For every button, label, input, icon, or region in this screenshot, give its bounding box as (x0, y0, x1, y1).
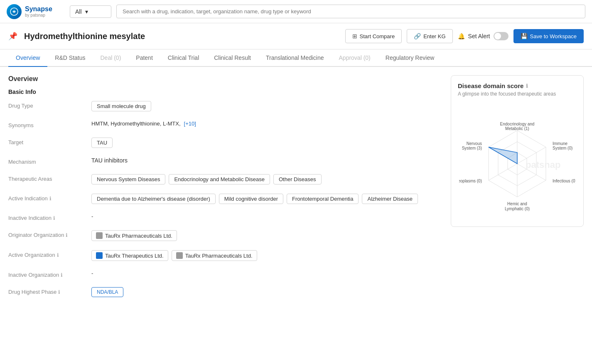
originator-org-icon (96, 232, 103, 239)
active-org-row: Active Organization ℹ TauRx Therapeutics… (8, 250, 442, 261)
search-type-dropdown[interactable]: All ▾ (70, 5, 111, 18)
inactive-indication-value: - (91, 213, 442, 219)
search-type-label: All (75, 8, 82, 15)
mechanism-row: Mechanism TAU inhibitors (8, 157, 442, 165)
radar-svg: Endocrinology and Metabolic (1) Immune S… (459, 103, 575, 220)
active-org-info-icon[interactable]: ℹ (57, 252, 59, 258)
synonyms-label: Synonyms (8, 121, 91, 128)
inactive-org-row: Inactive Organization ℹ - (8, 270, 442, 278)
disease-panel-title: Disease domain score ℹ (458, 82, 577, 89)
disease-panel-subtitle: A glimpse into the focused therapeutic a… (458, 91, 577, 97)
target-value: TAU (91, 138, 442, 148)
inactive-indication-label: Inactive Indication ℹ (8, 213, 91, 221)
logo-text: Synapse by patsnap (25, 5, 52, 18)
tab-rd-status[interactable]: R&D Status (47, 49, 93, 67)
active-indication-value: Dementia due to Alzheimer's disease (dis… (91, 194, 442, 204)
drug-type-row: Drug Type Small molecule drug (8, 101, 442, 111)
svg-text:System (3): System (3) (462, 146, 482, 150)
therapeutic-areas-label: Therapeutic Areas (8, 174, 91, 182)
enter-kg-button[interactable]: 🔗 Enter KG (407, 29, 452, 43)
basic-info-title: Basic Info (8, 89, 442, 95)
compare-icon: ⊞ (352, 33, 357, 39)
inactive-org-info-icon[interactable]: ℹ (61, 272, 63, 278)
svg-text:Immune: Immune (553, 141, 568, 146)
originator-org-tag: TauRx Pharmaceuticals Ltd. (91, 230, 177, 241)
svg-text:Endocrinology and: Endocrinology and (500, 122, 535, 126)
active-org-icon-0 (96, 252, 103, 259)
tab-approval[interactable]: Approval (0) (332, 49, 378, 67)
tab-translational-medicine[interactable]: Translational Medicine (258, 49, 332, 67)
originator-org-row: Originator Organization ℹ TauRx Pharmace… (8, 230, 442, 241)
tab-clinical-trial[interactable]: Clinical Trial (160, 49, 206, 67)
tab-regulatory-review[interactable]: Regulatory Review (378, 49, 442, 67)
logo-sub: by patsnap (25, 13, 52, 18)
inactive-org-label: Inactive Organization ℹ (8, 270, 91, 278)
active-org-tag-1: TauRx Pharmaceuticals Ltd. (172, 250, 257, 261)
svg-text:System (0): System (0) (553, 146, 572, 150)
active-indication-row: Active Indication ℹ Dementia due to Alzh… (8, 194, 442, 204)
active-indication-info-icon[interactable]: ℹ (49, 196, 52, 202)
main-search-input[interactable] (116, 5, 585, 18)
originator-org-label: Originator Organization ℹ (8, 230, 91, 238)
drug-type-value: Small molecule drug (91, 101, 442, 111)
target-tag: TAU (91, 138, 113, 148)
indication-tag-3: Alzheimer Disease (362, 194, 418, 204)
inactive-indication-info-icon[interactable]: ℹ (53, 215, 55, 221)
svg-text:Lymphatic (0): Lymphatic (0) (505, 207, 530, 211)
app-logo (7, 4, 22, 19)
originator-org-info-icon[interactable]: ℹ (66, 232, 68, 238)
chevron-down-icon: ▾ (85, 8, 88, 15)
svg-text:Hemic and: Hemic and (507, 202, 527, 206)
top-bar: Synapse by patsnap All ▾ (0, 0, 592, 23)
drug-name: Hydromethylthionine mesylate (24, 32, 340, 41)
save-icon: 💾 (521, 33, 528, 39)
synonyms-more-link[interactable]: [+10] (184, 121, 196, 127)
set-alert-toggle[interactable] (494, 32, 508, 40)
therapeutic-area-tag-0: Nervous System Diseases (91, 174, 165, 184)
target-row: Target TAU (8, 138, 442, 148)
inactive-indication-row: Inactive Indication ℹ - (8, 213, 442, 221)
therapeutic-area-tag-1: Endocrinology and Metabolic Disease (169, 174, 270, 184)
indication-tag-0: Dementia due to Alzheimer's disease (dis… (91, 194, 216, 204)
set-alert-group: 🔔 Set Alert (458, 32, 508, 40)
radar-chart: Endocrinology and Metabolic (1) Immune S… (458, 103, 577, 220)
nda-tag: NDA/BLA (91, 287, 123, 297)
start-compare-button[interactable]: ⊞ Start Compare (345, 29, 402, 43)
save-to-workspace-button[interactable]: 💾 Save to Workspace (513, 29, 584, 43)
active-org-value: TauRx Therapeutics Ltd. TauRx Pharmaceut… (91, 250, 442, 261)
set-alert-label: Set Alert (468, 33, 490, 39)
disease-domain-info-icon[interactable]: ℹ (526, 83, 528, 89)
tab-overview[interactable]: Overview (8, 49, 47, 67)
content-area: Overview Basic Info Drug Type Small mole… (0, 67, 592, 315)
indication-tag-1: Mild cognitive disorder (219, 194, 283, 204)
drug-highest-phase-row: Drug Highest Phase ℹ NDA/BLA (8, 287, 442, 297)
synonyms-row: Synonyms HMTM, Hydromethylthionine, L-MT… (8, 121, 442, 128)
pin-icon: 📌 (8, 32, 17, 41)
therapeutic-areas-value: Nervous System Diseases Endocrinology an… (91, 174, 442, 184)
drug-title-bar: 📌 Hydromethylthionine mesylate ⊞ Start C… (0, 23, 592, 49)
tab-deal[interactable]: Deal (0) (93, 49, 129, 67)
svg-text:Metabolic (1): Metabolic (1) (505, 126, 529, 131)
drug-type-label: Drug Type (8, 101, 91, 109)
kg-icon: 🔗 (414, 33, 421, 39)
mechanism-label: Mechanism (8, 157, 91, 165)
synonyms-text: HMTM, Hydromethylthionine, L-MTX, (91, 121, 181, 127)
active-org-name-1: TauRx Pharmaceuticals Ltd. (185, 253, 253, 259)
svg-text:patsnap: patsnap (526, 160, 560, 170)
svg-marker-10 (489, 147, 517, 164)
mechanism-value: TAU inhibitors (91, 157, 442, 164)
tab-patent[interactable]: Patent (128, 49, 160, 67)
tabs-bar: Overview R&D Status Deal (0) Patent Clin… (0, 49, 592, 67)
active-org-label: Active Organization ℹ (8, 250, 91, 258)
mechanism-text: TAU inhibitors (91, 157, 128, 164)
main-content: Overview Basic Info Drug Type Small mole… (8, 75, 442, 306)
therapeutic-areas-row: Therapeutic Areas Nervous System Disease… (8, 174, 442, 184)
svg-text:Infectious (0): Infectious (0) (553, 179, 575, 183)
drug-highest-phase-info-icon[interactable]: ℹ (58, 289, 60, 295)
tab-clinical-result[interactable]: Clinical Result (206, 49, 258, 67)
logo-area: Synapse by patsnap (7, 4, 65, 19)
synonyms-value: HMTM, Hydromethylthionine, L-MTX, [+10] (91, 121, 442, 127)
disease-domain-panel: Disease domain score ℹ A glimpse into th… (451, 75, 584, 227)
originator-org-name: TauRx Pharmaceuticals Ltd. (105, 233, 172, 239)
indication-tag-2: Frontotemporal Dementia (287, 194, 359, 204)
